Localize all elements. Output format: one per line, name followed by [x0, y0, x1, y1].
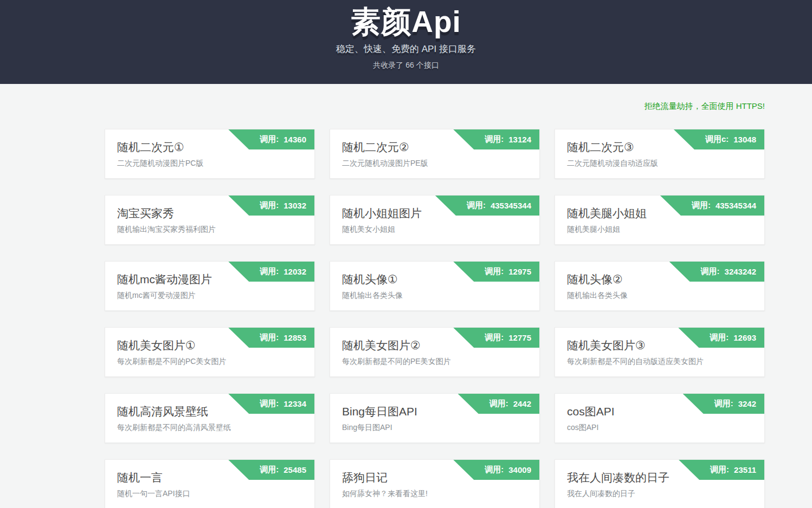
api-grid: 调用: 14360 随机二次元① 二次元随机动漫图片PC版 调用: 13124 … [105, 129, 765, 508]
api-card[interactable]: 调用: 14360 随机二次元① 二次元随机动漫图片PC版 [105, 129, 315, 179]
call-count-label: 调用c: [705, 134, 729, 145]
call-count-value: 12975 [508, 267, 531, 276]
call-count-value: 3243242 [725, 267, 756, 276]
call-count-label: 调用: [467, 200, 486, 211]
api-card-desc: 随机mc酱可爱动漫图片 [117, 291, 302, 301]
call-count-label: 调用: [260, 465, 279, 475]
call-count-value: 25485 [283, 465, 306, 474]
api-card[interactable]: 调用: 3243242 随机头像② 随机输出各类头像 [555, 261, 765, 311]
https-notice: 拒绝流量劫持，全面使用 HTTPS! [644, 101, 765, 110]
api-card-desc: 随机输出各类头像 [567, 291, 752, 301]
api-card-desc: Bing每日图API [342, 423, 527, 433]
api-card[interactable]: 调用: 12775 随机美女图片② 每次刷新都是不同的PE美女图片 [330, 327, 540, 377]
call-count-value: 2442 [513, 399, 531, 408]
call-count-value: 23511 [734, 465, 756, 474]
call-count-value: 435345344 [716, 201, 756, 210]
api-card-desc: 如何舔女神？来看看这里! [342, 489, 527, 499]
api-card[interactable]: 调用: 435345344 随机小姐姐图片 随机美女小姐姐 [330, 195, 540, 245]
call-count-label: 调用: [710, 465, 729, 475]
api-card[interactable]: 调用: 13032 淘宝买家秀 随机输出淘宝买家秀福利图片 [105, 195, 315, 245]
api-card[interactable]: 调用: 12032 随机mc酱动漫图片 随机mc酱可爱动漫图片 [105, 261, 315, 311]
call-count-value: 12853 [283, 333, 306, 342]
call-count-label: 调用: [485, 266, 504, 277]
call-count-label: 调用: [710, 333, 729, 343]
api-card-desc: cos图API [567, 423, 752, 433]
api-card-desc: 二次元随机动漫图片PE版 [342, 159, 527, 168]
api-card[interactable]: 调用: 12975 随机头像① 随机输出各类头像 [330, 261, 540, 311]
api-card[interactable]: 调用: 3242 cos图API cos图API [555, 393, 765, 443]
site-title: 素颜Api [0, 3, 812, 41]
call-count-value: 435345344 [491, 201, 531, 210]
call-count-label: 调用: [692, 200, 711, 211]
api-card-desc: 每次刷新都是不同的高清风景壁纸 [117, 423, 302, 433]
notice-row: 拒绝流量劫持，全面使用 HTTPS! [105, 84, 765, 112]
call-count-label: 调用: [260, 134, 279, 145]
call-count-label: 调用: [260, 266, 279, 277]
call-count-value: 13032 [283, 201, 306, 210]
call-count-label: 调用: [485, 465, 504, 475]
call-count-value: 3242 [738, 399, 756, 408]
call-count-value: 12334 [283, 399, 306, 408]
call-count-label: 调用: [489, 399, 508, 409]
api-card-desc: 随机美腿小姐姐 [567, 225, 752, 235]
call-count-label: 调用: [260, 399, 279, 409]
call-count-label: 调用: [260, 333, 279, 343]
page-header: 素颜Api 稳定、快速、免费的 API 接口服务 共收录了 66 个接口 [0, 0, 812, 84]
api-card-desc: 随机输出各类头像 [342, 291, 527, 301]
call-count-label: 调用: [260, 200, 279, 211]
api-card-desc: 二次元随机动漫图片PC版 [117, 159, 302, 168]
api-card-desc: 每次刷新都是不同的PC美女图片 [117, 357, 302, 367]
api-card-desc: 随机美女小姐姐 [342, 225, 527, 235]
api-card[interactable]: 调用: 23511 我在人间凑数的日子 我在人间凑数的日子 [555, 459, 765, 508]
api-card[interactable]: 调用: 34009 舔狗日记 如何舔女神？来看看这里! [330, 459, 540, 508]
call-count-value: 12693 [733, 333, 756, 342]
call-count-value: 14360 [283, 135, 306, 144]
api-card-desc: 每次刷新都是不同的自动版适应美女图片 [567, 357, 752, 367]
call-count-value: 12032 [283, 267, 306, 276]
call-count-label: 调用: [714, 399, 733, 409]
api-card[interactable]: 调用: 435345344 随机美腿小姐姐 随机美腿小姐姐 [555, 195, 765, 245]
api-card-desc: 二次元随机动漫自动适应版 [567, 159, 752, 168]
api-card[interactable]: 调用: 12853 随机美女图片① 每次刷新都是不同的PC美女图片 [105, 327, 315, 377]
api-card[interactable]: 调用: 13124 随机二次元② 二次元随机动漫图片PE版 [330, 129, 540, 179]
call-count-value: 13048 [733, 135, 756, 144]
site-subtitle: 稳定、快速、免费的 API 接口服务 [0, 43, 812, 55]
api-card-desc: 随机输出淘宝买家秀福利图片 [117, 225, 302, 235]
api-card[interactable]: 调用: 25485 随机一言 随机一句一言API接口 [105, 459, 315, 508]
api-card[interactable]: 调用: 12334 随机高清风景壁纸 每次刷新都是不同的高清风景壁纸 [105, 393, 315, 443]
call-count-value: 13124 [508, 135, 531, 144]
api-card-desc: 随机一句一言API接口 [117, 489, 302, 499]
call-count-label: 调用: [485, 134, 504, 145]
call-count-value: 34009 [508, 465, 531, 474]
api-card-desc: 每次刷新都是不同的PE美女图片 [342, 357, 527, 367]
api-card[interactable]: 调用: 12693 随机美女图片③ 每次刷新都是不同的自动版适应美女图片 [555, 327, 765, 377]
api-card[interactable]: 调用c: 13048 随机二次元③ 二次元随机动漫自动适应版 [555, 129, 765, 179]
api-card[interactable]: 调用: 2442 Bing每日图API Bing每日图API [330, 393, 540, 443]
api-count-line: 共收录了 66 个接口 [0, 61, 812, 70]
call-count-label: 调用: [701, 266, 720, 277]
call-count-label: 调用: [485, 333, 504, 343]
content-container: 拒绝流量劫持，全面使用 HTTPS! 调用: 14360 随机二次元① 二次元随… [105, 84, 765, 508]
call-count-value: 12775 [508, 333, 531, 342]
api-card-desc: 我在人间凑数的日子 [567, 489, 752, 499]
